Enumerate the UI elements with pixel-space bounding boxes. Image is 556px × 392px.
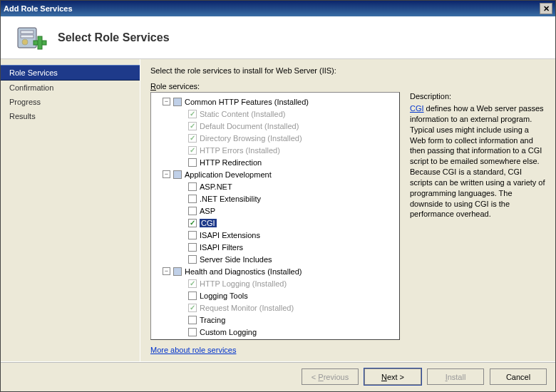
tree-node-label: CGI bbox=[200, 219, 217, 227]
checkbox[interactable] bbox=[188, 340, 197, 341]
description-text: defines how a Web server passes informat… bbox=[410, 104, 545, 218]
tree-node[interactable]: Directory Browsing (Installed) bbox=[154, 132, 396, 144]
tree-node[interactable]: HTTP Logging (Installed) bbox=[154, 277, 396, 289]
checkbox[interactable] bbox=[188, 328, 197, 336]
tree-node[interactable]: CGI bbox=[154, 217, 396, 229]
tree-node[interactable]: −Application Development bbox=[154, 168, 396, 180]
description-heading: Description: bbox=[410, 92, 545, 100]
tree-node-label: HTTP Redirection bbox=[200, 158, 262, 167]
titlebar: Add Role Services ✕ bbox=[1, 1, 555, 16]
page-title: Select Role Services bbox=[58, 31, 170, 44]
checkbox bbox=[188, 110, 197, 118]
window-title: Add Role Services bbox=[4, 4, 540, 13]
tree-node[interactable]: ASP bbox=[154, 205, 396, 217]
more-about-link[interactable]: More about role services bbox=[150, 346, 400, 354]
checkbox[interactable] bbox=[173, 98, 182, 106]
tree-node-label: Custom Logging bbox=[200, 328, 257, 336]
tree-node[interactable]: Default Document (Installed) bbox=[154, 120, 396, 132]
sidebar-item-progress[interactable]: Progress bbox=[1, 95, 140, 109]
svg-rect-5 bbox=[38, 36, 42, 49]
tree-node-label: HTTP Errors (Installed) bbox=[200, 146, 280, 155]
close-button[interactable]: ✕ bbox=[540, 3, 552, 14]
tree-node[interactable]: Tracing bbox=[154, 314, 396, 326]
tree-node-label: ASP bbox=[200, 207, 215, 215]
checkbox bbox=[188, 134, 197, 143]
checkbox[interactable] bbox=[188, 255, 197, 264]
description-panel: Description: CGI defines how a Web serve… bbox=[410, 92, 545, 354]
role-services-label: Role services: bbox=[150, 82, 545, 91]
close-icon: ✕ bbox=[543, 4, 550, 14]
checkbox[interactable] bbox=[188, 316, 197, 324]
tree-node-label: ISAPI Extensions bbox=[200, 231, 260, 239]
checkbox[interactable] bbox=[173, 267, 182, 276]
sidebar-item-role-services[interactable]: Role Services bbox=[1, 65, 140, 81]
cancel-button[interactable]: Cancel bbox=[490, 368, 547, 385]
checkbox bbox=[188, 122, 197, 130]
role-services-tree[interactable]: −Common HTTP Features (Installed)Static … bbox=[150, 92, 400, 340]
checkbox[interactable] bbox=[188, 292, 197, 300]
checkbox[interactable] bbox=[188, 219, 197, 227]
tree-node[interactable]: HTTP Errors (Installed) bbox=[154, 144, 396, 156]
tree-node-label: .NET Extensibility bbox=[200, 195, 261, 203]
tree-node[interactable]: ODBC Logging bbox=[154, 338, 396, 340]
checkbox[interactable] bbox=[188, 207, 197, 215]
tree-node[interactable]: Static Content (Installed) bbox=[154, 108, 396, 120]
instruction-text: Select the role services to install for … bbox=[150, 66, 545, 75]
checkbox[interactable] bbox=[188, 158, 197, 167]
svg-rect-1 bbox=[21, 31, 34, 33]
tree-node-label: Static Content (Installed) bbox=[200, 110, 285, 118]
wizard-steps-sidebar: Role ServicesConfirmationProgressResults bbox=[1, 59, 140, 361]
sidebar-item-results[interactable]: Results bbox=[1, 109, 140, 123]
checkbox bbox=[188, 279, 197, 288]
previous-button: < Previous bbox=[302, 368, 359, 385]
tree-node-label: Tracing bbox=[200, 316, 225, 324]
tree-node[interactable]: −Health and Diagnostics (Installed) bbox=[154, 265, 396, 277]
checkbox[interactable] bbox=[173, 170, 182, 179]
wizard-body: Role ServicesConfirmationProgressResults… bbox=[1, 59, 555, 361]
tree-node[interactable]: Logging Tools bbox=[154, 289, 396, 301]
tree-node-label: HTTP Logging (Installed) bbox=[200, 279, 287, 288]
sidebar-item-confirmation[interactable]: Confirmation bbox=[1, 81, 140, 95]
checkbox[interactable] bbox=[188, 195, 197, 203]
tree-node[interactable]: ISAPI Filters bbox=[154, 241, 396, 253]
tree-node-label: Request Monitor (Installed) bbox=[200, 304, 294, 312]
tree-node-label: Common HTTP Features (Installed) bbox=[185, 98, 309, 106]
tree-node-label: ASP.NET bbox=[200, 182, 232, 191]
tree-node-label: ODBC Logging bbox=[200, 340, 252, 341]
checkbox bbox=[188, 146, 197, 155]
collapse-icon[interactable]: − bbox=[163, 98, 170, 105]
svg-point-3 bbox=[22, 39, 28, 45]
columns: −Common HTTP Features (Installed)Static … bbox=[150, 92, 545, 354]
install-button: Install bbox=[427, 368, 484, 385]
tree-node[interactable]: Server Side Includes bbox=[154, 253, 396, 265]
tree-node-label: Default Document (Installed) bbox=[200, 122, 299, 130]
checkbox[interactable] bbox=[188, 231, 197, 239]
tree-node-label: Application Development bbox=[185, 170, 272, 179]
collapse-icon[interactable]: − bbox=[163, 267, 170, 275]
server-role-icon bbox=[15, 21, 49, 55]
tree-node[interactable]: Custom Logging bbox=[154, 326, 396, 338]
checkbox[interactable] bbox=[188, 243, 197, 252]
content-panel: Select the role services to install for … bbox=[140, 59, 555, 361]
tree-node[interactable]: Request Monitor (Installed) bbox=[154, 301, 396, 314]
checkbox bbox=[188, 304, 197, 312]
tree-node-label: Logging Tools bbox=[200, 292, 248, 300]
tree-node-label: Health and Diagnostics (Installed) bbox=[185, 267, 302, 276]
tree-wrap: −Common HTTP Features (Installed)Static … bbox=[150, 92, 400, 354]
add-role-services-window: Add Role Services ✕ Select Role Services… bbox=[0, 0, 556, 392]
tree-node[interactable]: ISAPI Extensions bbox=[154, 229, 396, 241]
collapse-icon[interactable]: − bbox=[163, 170, 170, 178]
tree-node-label: Directory Browsing (Installed) bbox=[200, 134, 302, 143]
tree-node[interactable]: ASP.NET bbox=[154, 180, 396, 192]
tree-node[interactable]: HTTP Redirection bbox=[154, 156, 396, 168]
tree-node-label: ISAPI Filters bbox=[200, 243, 243, 252]
description-link[interactable]: CGI bbox=[410, 104, 424, 113]
svg-rect-2 bbox=[21, 35, 34, 38]
checkbox[interactable] bbox=[188, 182, 197, 191]
description-body: CGI defines how a Web server passes info… bbox=[410, 103, 545, 220]
tree-node[interactable]: .NET Extensibility bbox=[154, 192, 396, 205]
next-button[interactable]: Next > bbox=[364, 368, 421, 385]
tree-node[interactable]: −Common HTTP Features (Installed) bbox=[154, 96, 396, 108]
wizard-header: Select Role Services bbox=[1, 16, 555, 59]
tree-node-label: Server Side Includes bbox=[200, 255, 272, 264]
